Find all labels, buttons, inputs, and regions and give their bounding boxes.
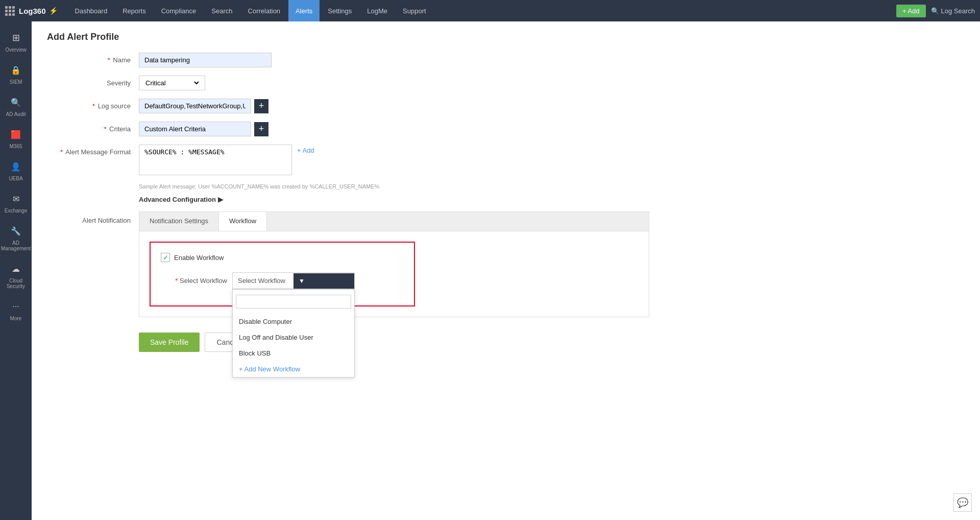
alert-format-group: %SOURCE% : %MESSAGE% + Add xyxy=(139,145,314,175)
workflow-search-input[interactable] xyxy=(236,295,351,309)
workflow-highlight-box: ✓ Enable Workflow * Select Workflow Sele… xyxy=(150,242,415,306)
nav-compliance[interactable]: Compliance xyxy=(154,0,204,21)
sidebar-item-adaudit[interactable]: 🔍 AD Audit xyxy=(0,90,32,122)
sidebar-label-adaudit: AD Audit xyxy=(6,111,26,117)
select-workflow-label: * Select Workflow xyxy=(161,277,227,285)
sidebar: ⊞ Overview 🔒 SIEM 🔍 AD Audit 🟥 M365 👤 UE… xyxy=(0,21,32,520)
sidebar-label-overview: Overview xyxy=(5,47,27,53)
chat-icon[interactable]: 💬 xyxy=(953,493,972,512)
name-label: * Name xyxy=(47,53,139,64)
notification-tabs: Notification Settings Workflow xyxy=(139,212,649,231)
logo: Log360 ⚡ xyxy=(5,6,58,16)
severity-label: Severity xyxy=(47,76,139,87)
search-icon: 🔍 xyxy=(931,7,939,15)
sidebar-label-ueba: UEBA xyxy=(9,176,22,181)
nav-support[interactable]: Support xyxy=(396,0,433,21)
nav-alerts[interactable]: Alerts xyxy=(288,0,320,21)
workflow-dropdown-text: Select Workflow xyxy=(233,273,293,289)
top-nav: Log360 ⚡ Dashboard Reports Compliance Se… xyxy=(0,0,980,21)
siem-icon: 🔒 xyxy=(9,63,23,77)
nav-logme[interactable]: LogMe xyxy=(360,0,395,21)
criteria-input-group: + xyxy=(139,122,268,136)
logo-lightning: ⚡ xyxy=(49,7,58,15)
sidebar-label-m365: M365 xyxy=(9,144,22,149)
sidebar-label-more: More xyxy=(10,316,22,321)
alert-format-label: * Alert Message Format xyxy=(47,145,139,156)
page-title: Add Alert Profile xyxy=(47,32,965,42)
workflow-option-block-usb[interactable]: Block USB xyxy=(233,345,354,361)
name-required: * xyxy=(108,56,110,64)
sidebar-label-cloudsecurity: Cloud Security xyxy=(2,278,30,289)
name-row: * Name xyxy=(47,53,965,67)
criteria-label: * Criteria xyxy=(47,122,139,133)
sidebar-label-siem: SIEM xyxy=(10,79,22,85)
sample-text: Sample Alert message: User %ACCOUNT_NAME… xyxy=(139,183,965,190)
criteria-input[interactable] xyxy=(139,122,251,136)
sidebar-item-more[interactable]: ··· More xyxy=(0,294,32,326)
criteria-row: * Criteria + xyxy=(47,122,965,136)
alert-notification-label: Alert Notification xyxy=(47,211,139,224)
log-source-input-group: + xyxy=(139,99,268,113)
sidebar-item-cloudsecurity[interactable]: ☁ Cloud Security xyxy=(0,256,32,294)
overview-icon: ⊞ xyxy=(9,31,23,45)
nav-actions: + Add 🔍 Log Search xyxy=(896,5,975,17)
sidebar-item-m365[interactable]: 🟥 M365 xyxy=(0,122,32,154)
main-content: Add Alert Profile * Name Severity Critic… xyxy=(32,21,980,520)
criteria-add-button[interactable]: + xyxy=(254,122,268,136)
workflow-dropdown-container: Select Workflow ▼ Disable Computer Log O… xyxy=(232,272,355,289)
log-source-label: * Log source xyxy=(47,99,139,110)
sidebar-label-admanagement: AD Management xyxy=(1,240,31,251)
workflow-dropdown-trigger[interactable]: Select Workflow ▼ xyxy=(232,272,355,289)
log-source-input[interactable] xyxy=(139,99,251,113)
sidebar-item-admanagement[interactable]: 🔧 AD Management xyxy=(0,219,32,256)
log-search-link[interactable]: 🔍 Log Search xyxy=(931,7,975,15)
tab-workflow[interactable]: Workflow xyxy=(219,212,267,231)
workflow-search-wrapper xyxy=(233,290,354,314)
enable-workflow-row: ✓ Enable Workflow xyxy=(161,253,404,262)
name-input[interactable] xyxy=(139,53,272,67)
chevron-down-icon: ▼ xyxy=(293,273,354,289)
sidebar-item-ueba[interactable]: 👤 UEBA xyxy=(0,154,32,186)
workflow-option-logoff-disable[interactable]: Log Off and Disable User xyxy=(233,329,354,345)
alert-format-textarea[interactable]: %SOURCE% : %MESSAGE% xyxy=(139,145,292,175)
nav-reports[interactable]: Reports xyxy=(115,0,153,21)
sidebar-item-siem[interactable]: 🔒 SIEM xyxy=(0,58,32,90)
nav-dashboard[interactable]: Dashboard xyxy=(68,0,115,21)
m365-icon: 🟥 xyxy=(9,127,23,141)
save-profile-button[interactable]: Save Profile xyxy=(139,333,200,352)
nav-correlation[interactable]: Correlation xyxy=(241,0,288,21)
main-nav: Dashboard Reports Compliance Search Corr… xyxy=(68,0,896,21)
enable-workflow-checkbox[interactable]: ✓ xyxy=(161,253,170,262)
severity-dropdown[interactable]: Critical High Medium Low xyxy=(143,79,201,87)
add-format-link[interactable]: + Add xyxy=(297,145,314,154)
severity-row: Severity Critical High Medium Low xyxy=(47,76,965,90)
sidebar-item-exchange[interactable]: ✉ Exchange xyxy=(0,186,32,219)
log-source-add-button[interactable]: + xyxy=(254,99,268,113)
alert-notification-section: Alert Notification Notification Settings… xyxy=(47,211,965,317)
adaudit-icon: 🔍 xyxy=(9,95,23,109)
notification-panel: Notification Settings Workflow ✓ Enable … xyxy=(139,211,649,317)
add-new-workflow-link[interactable]: + Add New Workflow xyxy=(233,361,354,377)
advanced-config[interactable]: Advanced Configuration ▶ xyxy=(139,196,965,203)
admanagement-icon: 🔧 xyxy=(9,224,23,238)
workflow-option-disable-computer[interactable]: Disable Computer xyxy=(233,314,354,329)
exchange-icon: ✉ xyxy=(9,192,23,206)
notification-content: ✓ Enable Workflow * Select Workflow Sele… xyxy=(139,231,649,317)
checkmark-icon: ✓ xyxy=(163,254,168,262)
alert-format-row: * Alert Message Format %SOURCE% : %MESSA… xyxy=(47,145,965,175)
tab-notification-settings[interactable]: Notification Settings xyxy=(139,212,219,231)
workflow-dropdown-menu: Disable Computer Log Off and Disable Use… xyxy=(232,289,355,377)
add-button[interactable]: + Add xyxy=(896,5,926,17)
ueba-icon: 👤 xyxy=(9,159,23,174)
sidebar-item-overview[interactable]: ⊞ Overview xyxy=(0,26,32,58)
logo-text: Log360 xyxy=(19,7,46,15)
more-icon: ··· xyxy=(9,299,23,314)
nav-settings[interactable]: Settings xyxy=(321,0,359,21)
nav-search[interactable]: Search xyxy=(204,0,239,21)
sidebar-label-exchange: Exchange xyxy=(5,208,27,214)
cloudsecurity-icon: ☁ xyxy=(9,262,23,276)
log-source-row: * Log source + xyxy=(47,99,965,113)
log-search-label: Log Search xyxy=(941,7,975,15)
enable-workflow-label: Enable Workflow xyxy=(174,254,224,262)
severity-select[interactable]: Critical High Medium Low xyxy=(139,76,205,90)
